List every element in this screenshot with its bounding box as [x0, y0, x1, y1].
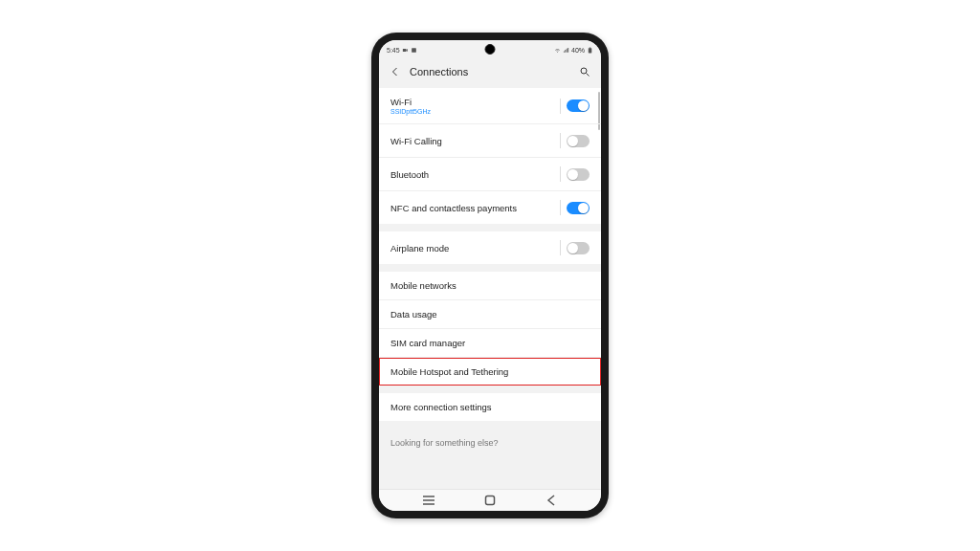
- toggle-wifi[interactable]: [567, 99, 590, 112]
- row-label: Mobile Hotspot and Tethering: [390, 366, 508, 377]
- toggle-divider: [560, 166, 561, 182]
- phone-screen: 5:45 40% Connections: [379, 40, 601, 511]
- toggle-wifi-calling[interactable]: [567, 135, 590, 147]
- toggle-bluetooth[interactable]: [567, 168, 590, 181]
- page-title: Connections: [410, 66, 570, 77]
- row-text: Wi-FiSSIDptt5GHz: [390, 97, 431, 115]
- toggle-divider: [560, 200, 561, 215]
- phone-frame: 5:45 40% Connections: [371, 33, 609, 518]
- row-airplane[interactable]: Airplane mode: [379, 231, 601, 264]
- row-bluetooth[interactable]: Bluetooth: [379, 158, 601, 191]
- svg-rect-9: [486, 496, 495, 505]
- svg-line-5: [587, 74, 590, 77]
- svg-rect-1: [412, 48, 416, 53]
- battery-icon: [587, 47, 593, 54]
- row-text: Mobile networks: [390, 280, 457, 291]
- row-label: Wi-Fi: [390, 97, 431, 107]
- row-label: Wi-Fi Calling: [390, 136, 442, 146]
- navigation-bar: [379, 489, 601, 511]
- row-label: NFC and contactless payments: [390, 203, 517, 213]
- settings-section: More connection settings: [379, 393, 601, 421]
- nav-back-button[interactable]: [532, 495, 570, 506]
- row-label: SIM card manager: [390, 338, 465, 348]
- row-text: Data usage: [390, 309, 437, 320]
- video-icon: [402, 47, 409, 54]
- toggle-wrap: [560, 99, 590, 114]
- row-nfc[interactable]: NFC and contactless payments: [379, 191, 601, 224]
- svg-rect-3: [590, 47, 591, 48]
- toggle-airplane[interactable]: [567, 242, 590, 254]
- toggle-divider: [560, 240, 561, 255]
- row-text: More connection settings: [390, 402, 492, 412]
- row-text: NFC and contactless payments: [390, 203, 517, 213]
- row-wifi[interactable]: Wi-FiSSIDptt5GHz: [379, 88, 601, 124]
- toggle-wrap: [560, 166, 590, 182]
- svg-rect-2: [589, 48, 592, 53]
- app-icon: [411, 47, 417, 54]
- row-label: Data usage: [390, 309, 437, 320]
- row-mobile-networks[interactable]: Mobile networks: [379, 272, 601, 300]
- signal-icon: [563, 47, 569, 54]
- toggle-divider: [560, 99, 561, 114]
- nav-home-button[interactable]: [471, 495, 509, 506]
- row-text: Mobile Hotspot and Tethering: [390, 366, 508, 377]
- toggle-wrap: [560, 200, 590, 215]
- search-icon[interactable]: [578, 65, 591, 78]
- back-icon[interactable]: [389, 65, 402, 78]
- row-label: More connection settings: [390, 402, 492, 412]
- row-label: Airplane mode: [390, 243, 449, 253]
- row-subtitle: SSIDptt5GHz: [390, 108, 431, 115]
- settings-section: Wi-FiSSIDptt5GHzWi-Fi CallingBluetoothNF…: [379, 88, 601, 224]
- row-sim-manager[interactable]: SIM card manager: [379, 329, 601, 358]
- toggle-divider: [560, 133, 561, 148]
- wifi-icon: [554, 47, 561, 54]
- row-text: Airplane mode: [390, 243, 449, 253]
- camera-cutout: [485, 44, 496, 55]
- row-wifi-calling[interactable]: Wi-Fi Calling: [379, 124, 601, 158]
- row-data-usage[interactable]: Data usage: [379, 300, 601, 329]
- footer-prompt[interactable]: Looking for something else?: [379, 429, 601, 457]
- toggle-wrap: [560, 240, 590, 255]
- row-hotspot-tethering[interactable]: Mobile Hotspot and Tethering: [379, 358, 601, 386]
- row-label: Bluetooth: [390, 169, 429, 180]
- svg-rect-0: [403, 49, 407, 52]
- toggle-wrap: [560, 133, 590, 148]
- settings-section: Airplane mode: [379, 231, 601, 264]
- row-text: SIM card manager: [390, 338, 465, 348]
- settings-section: Mobile networksData usageSIM card manage…: [379, 272, 601, 386]
- row-text: Wi-Fi Calling: [390, 136, 442, 146]
- row-text: Bluetooth: [390, 169, 429, 180]
- svg-point-4: [581, 68, 587, 74]
- settings-list: Wi-FiSSIDptt5GHzWi-Fi CallingBluetoothNF…: [379, 88, 601, 489]
- page-header: Connections: [379, 57, 601, 88]
- row-label: Mobile networks: [390, 280, 457, 291]
- row-more-connection-settings[interactable]: More connection settings: [379, 393, 601, 421]
- toggle-nfc[interactable]: [567, 202, 590, 214]
- status-battery: 40%: [571, 47, 585, 54]
- status-time: 5:45: [387, 47, 400, 54]
- nav-recents-button[interactable]: [410, 496, 448, 505]
